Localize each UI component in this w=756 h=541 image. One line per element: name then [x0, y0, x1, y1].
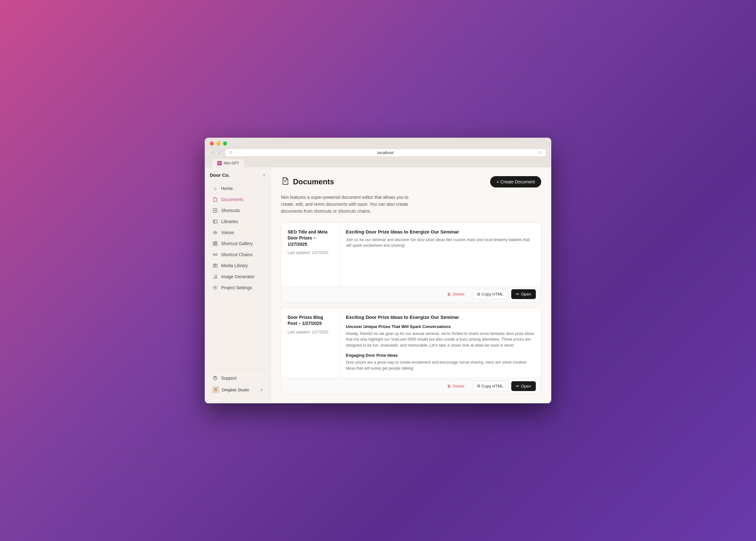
nav-section: ⌂ Home Documents	[205, 183, 270, 367]
doc-title-2: Door Prizes Blog Post – 1/27/2025	[288, 314, 333, 327]
documents-icon	[212, 197, 218, 202]
page-header: Documents + Create Document	[281, 176, 541, 188]
image-generator-icon	[212, 274, 218, 279]
monitor-icon: ⊡	[229, 150, 232, 155]
sidebar-item-project-settings[interactable]: Project Settings	[207, 282, 268, 293]
trash-icon: 🗑	[447, 292, 451, 296]
home-icon: ⌂	[212, 186, 218, 191]
minimize-button[interactable]	[216, 142, 220, 146]
doc-card-actions-2: 🗑 Delete ⧉ Copy HTML ✏ Open	[281, 377, 541, 394]
sidebar-item-shortcuts[interactable]: Shortcuts	[207, 205, 268, 216]
tab-bar: N Nim GPT	[210, 159, 546, 167]
workspace-footer[interactable]: S Dirigible Studio ∨	[207, 384, 268, 396]
shortcut-gallery-icon	[212, 241, 218, 247]
doc-preview: Exciting Door Prize Ideas to Energize Ou…	[340, 223, 541, 286]
doc-preview-text: Join us for our seminar and discover fun…	[346, 237, 535, 249]
workspace-chevron-icon: ∨	[260, 387, 263, 392]
sidebar-item-voices[interactable]: Voices	[207, 227, 268, 238]
doc-updated-2: Last updated: 1/27/2025	[288, 330, 333, 334]
document-card-1: SEO Title and Meta Door Prizes – 1/27/20…	[281, 223, 541, 303]
sidebar-item-shortcut-chains[interactable]: Shortcut Chains	[207, 249, 268, 260]
voices-icon	[212, 230, 218, 236]
open-icon-2: ✏	[516, 384, 520, 388]
org-name: Door Co.	[210, 172, 230, 178]
open-button-2[interactable]: ✏ Open	[511, 381, 536, 391]
document-card-2: Door Prizes Blog Post – 1/27/2025 Last u…	[281, 308, 541, 395]
doc-card-body-2: Door Prizes Blog Post – 1/27/2025 Last u…	[281, 308, 541, 378]
documents-list: SEO Title and Meta Door Prizes – 1/27/20…	[281, 223, 541, 395]
browser-window: ‹ › ⊡ localhost ↻ N Nim GPT Door Co. ∨	[205, 138, 551, 404]
delete-button-2[interactable]: 🗑 Delete	[442, 381, 469, 391]
back-button[interactable]: ‹	[210, 149, 215, 156]
page-title: Documents	[293, 178, 334, 186]
close-button[interactable]	[210, 142, 214, 146]
support-label: Support	[221, 375, 236, 381]
sidebar-item-documents[interactable]: Documents	[207, 194, 268, 205]
sidebar: Door Co. ∨ ⌂ Home Docume	[205, 167, 271, 404]
copy-icon: ⧉	[477, 292, 480, 297]
tab-label: Nim GPT	[224, 161, 239, 166]
copy-icon-2: ⧉	[477, 383, 480, 388]
copy-html-label-2: Copy HTML	[482, 384, 503, 388]
svg-point-10	[216, 275, 217, 276]
sidebar-item-label: Project Settings	[221, 285, 252, 290]
open-icon: ✏	[516, 292, 520, 296]
sidebar-item-label: Home	[221, 186, 233, 191]
copy-html-button-1[interactable]: ⧉ Copy HTML	[473, 289, 508, 299]
refresh-button[interactable]: ↻	[539, 150, 542, 155]
workspace-info: S Dirigible Studio	[212, 386, 249, 393]
doc-card-body: SEO Title and Meta Door Prizes – 1/27/20…	[281, 223, 541, 286]
sidebar-bottom: Support S Dirigible Studio ∨	[205, 369, 270, 398]
delete-label: Delete	[453, 292, 465, 296]
doc-title: SEO Title and Meta Door Prizes – 1/27/20…	[288, 229, 333, 248]
doc-preview-subtitle-2: Uncover Unique Prizes That Will Spark Co…	[346, 324, 535, 329]
svg-rect-2	[213, 242, 215, 243]
support-icon	[212, 375, 218, 381]
tab-favicon: N	[217, 161, 222, 166]
sidebar-item-label: Shortcut Chains	[221, 252, 253, 257]
svg-rect-8	[213, 265, 217, 267]
workspace-name: Dirigible Studio	[222, 387, 249, 392]
open-button-1[interactable]: ✏ Open	[511, 289, 536, 299]
svg-point-11	[214, 287, 216, 288]
sidebar-item-label: Voices	[221, 230, 234, 235]
doc-preview-text-2: Howdy, friends! As we gear up for our an…	[346, 331, 535, 348]
doc-preview-title: Exciting Door Prize Ideas to Energize Ou…	[346, 229, 535, 235]
svg-point-9	[214, 265, 216, 266]
shortcut-chains-icon	[212, 252, 218, 258]
sidebar-item-image-generator[interactable]: Image Generator	[207, 271, 268, 282]
address-bar[interactable]: ⊡ localhost ↻	[225, 149, 546, 157]
doc-meta-2: Door Prizes Blog Post – 1/27/2025 Last u…	[281, 308, 340, 378]
shortcuts-icon	[212, 208, 218, 213]
trash-icon-2: 🗑	[447, 384, 451, 388]
svg-rect-3	[215, 242, 217, 243]
svg-point-7	[216, 254, 217, 255]
sidebar-item-shortcut-gallery[interactable]: Shortcut Gallery	[207, 238, 268, 249]
support-item[interactable]: Support	[207, 373, 268, 383]
maximize-button[interactable]	[223, 142, 227, 146]
workspace-avatar: S	[212, 386, 219, 393]
app-body: Door Co. ∨ ⌂ Home Docume	[205, 167, 551, 404]
page-title-wrap: Documents	[281, 177, 334, 187]
org-header[interactable]: Door Co. ∨	[205, 172, 270, 183]
sidebar-item-home[interactable]: ⌂ Home	[207, 183, 268, 194]
svg-rect-4	[213, 244, 215, 246]
page-description: Nim features a super-powered document ed…	[281, 194, 416, 215]
delete-button-1[interactable]: 🗑 Delete	[442, 289, 469, 299]
doc-preview-2: Exciting Door Prize Ideas to Energize Ou…	[340, 308, 541, 378]
doc-preview-section-title-2: Engaging Door Prize Ideas	[346, 353, 535, 358]
forward-button[interactable]: ›	[216, 149, 222, 156]
media-library-icon	[212, 263, 218, 269]
url-display: localhost	[235, 150, 536, 155]
sidebar-item-label: Shortcuts	[221, 208, 240, 213]
copy-html-button-2[interactable]: ⧉ Copy HTML	[473, 381, 508, 391]
page-title-icon	[281, 177, 290, 187]
svg-point-6	[213, 254, 215, 255]
sidebar-item-label: Libraries	[221, 219, 238, 224]
active-tab[interactable]: N Nim GPT	[212, 159, 244, 167]
sidebar-item-media-library[interactable]: Media Library	[207, 260, 268, 271]
sidebar-item-libraries[interactable]: Libraries	[207, 216, 268, 227]
sidebar-item-label: Shortcut Gallery	[221, 241, 253, 246]
delete-label-2: Delete	[453, 384, 465, 388]
create-document-button[interactable]: + Create Document	[490, 176, 541, 188]
